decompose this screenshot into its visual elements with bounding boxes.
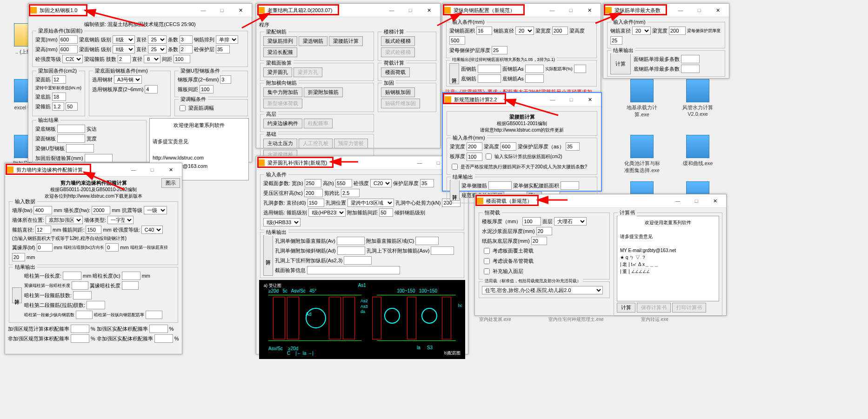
window-title: 剪力墙约束边缘构件配箍计算 — [16, 166, 124, 173]
window-yaojin: 新规范腰筋计算2.2—□✕ 梁腰筋计算根据GB50011-2001编制请留意ht… — [442, 92, 602, 192]
window-jiaguzhanganban: 加固之粘钢板1.0—□✕ 编制依据: 混凝土结构加固技术规范(CECS 25:9… — [28, 3, 252, 162]
diagram-button[interactable]: 图示 — [161, 178, 180, 188]
liangkuan-input[interactable] — [59, 35, 78, 44]
calc-button[interactable]: 计算 — [263, 235, 273, 276]
window-loumian: 楼面荷载（新规范）—□✕ 恒荷载 楼板厚度（mm）面层大理石 水泥沙浆面层厚度(… — [474, 194, 727, 316]
window-title: 梁纵向钢筋配置（新规范） — [454, 7, 543, 14]
window-title: 楼面荷载（新规范） — [486, 198, 668, 205]
app-icon — [605, 7, 612, 13]
window-title: 梁开圆孔补强计算(新规范) — [267, 160, 410, 166]
window-danpai: 梁纵筋单排最大条数—□✕ 输入余件(mm) 钢筋直径20梁宽度梁每侧保护层厚度 … — [603, 3, 729, 79]
jibie-select[interactable]: II级 — [113, 35, 135, 44]
app-icon — [7, 166, 13, 173]
app-icon — [477, 198, 483, 204]
window-title: 老董结构工具箱2.0(2003.07) — [267, 7, 382, 14]
calc-button[interactable]: 计算 — [12, 287, 22, 303]
basis-text: 编制依据: 混凝土结构加固技术规范(CECS 25:90) — [31, 21, 249, 28]
app-icon — [445, 96, 451, 103]
close-button[interactable]: ✕ — [231, 4, 250, 16]
app-icon — [258, 160, 265, 166]
calc-button[interactable]: 计算 — [449, 63, 459, 84]
window-toolbox: 老董结构工具箱2.0(2003.07)—□✕ 程序 梁配钢筋梁纵筋排列梁选钢筋梁… — [256, 3, 441, 148]
file-icon[interactable]: 风管水力计算V2.0.exe — [679, 79, 716, 117]
window-title: 梁纵筋单排最大条数 — [614, 7, 671, 14]
zhijing-select[interactable]: 25 — [148, 35, 167, 44]
maximize-button[interactable]: □ — [213, 4, 231, 16]
window-title: 新规范腰筋计算2.2 — [454, 96, 543, 103]
minimize-button[interactable]: — — [194, 4, 213, 16]
calc-button[interactable]: 计算 — [610, 53, 631, 74]
calc-button[interactable]: 计算 — [450, 180, 460, 201]
app-icon — [30, 7, 37, 13]
file-icon[interactable]: 缓和曲线.exe — [679, 135, 716, 167]
file-icon[interactable]: 地基承载力计算.exe — [623, 79, 661, 118]
window-jianliqiang: 剪力墙约束边缘构件配箍计算—□✕ 剪力墙约束边缘构件配箍计算 根据GB50011… — [5, 163, 182, 354]
app-icon — [258, 7, 265, 13]
calc-button[interactable]: 计算 — [617, 303, 635, 313]
app-icon — [444, 7, 451, 13]
window-title: 加固之粘钢板1.0 — [40, 7, 194, 14]
calc-output: 欢迎使用老董系列软件 请多提宝贵意见 MY E-mail:grdbty@163.… — [617, 216, 719, 301]
window-liangkaiyuan: 梁开圆孔补强计算(新规范)—□✕ 输入条件 梁截面参数: 宽(b)高(h)砼强度… — [256, 156, 468, 354]
btn-zongbin[interactable]: 梁纵筋排列 — [263, 36, 297, 46]
reinforcement-diagram: a) 受让图 As1 ≥20d 5c Asv/Sc 45° Ad As2As3d… — [259, 280, 465, 359]
file-icon[interactable]: 化粪池计算与标准图集选择.exe — [623, 135, 661, 174]
window-liangzongxiang: 梁纵向钢筋配置（新规范）—□✕ 输入条件(mm) 梁钢筋面积钢筋直径20梁宽度梁… — [442, 3, 601, 93]
